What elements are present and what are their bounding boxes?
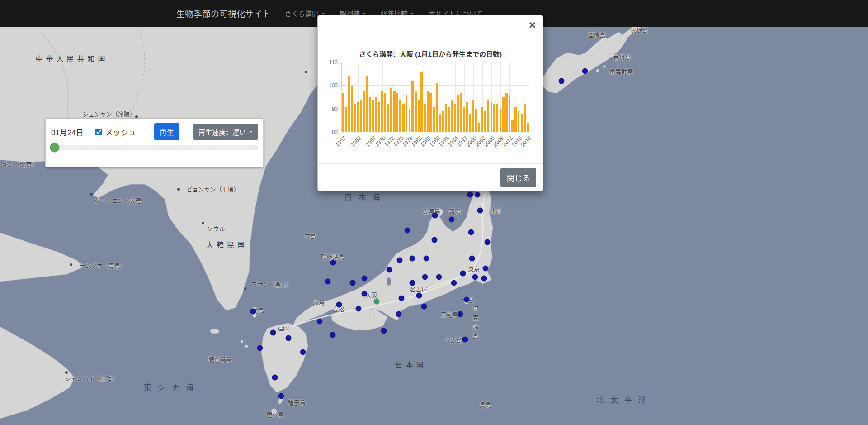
slider-handle[interactable]: [50, 143, 59, 153]
chart-modal: × さくら満開：大阪 (1月1日から発生までの日数) 8090100110195…: [317, 15, 543, 191]
station-marker[interactable]: [432, 213, 438, 219]
map-label: 色丹島: [613, 53, 631, 61]
map-label: 日本海: [344, 191, 387, 202]
station-marker[interactable]: [460, 271, 466, 277]
station-marker[interactable]: [449, 217, 455, 223]
station-marker[interactable]: [416, 293, 422, 299]
map-label: プサン（釜山）: [251, 280, 292, 288]
selected-station-marker[interactable]: [374, 299, 380, 305]
chart-title: さくら満開：大阪 (1月1日から発生までの日数): [318, 49, 543, 58]
station-marker[interactable]: [300, 349, 306, 355]
station-marker[interactable]: [330, 260, 336, 266]
station-marker[interactable]: [485, 239, 491, 245]
bar-slot: [508, 62, 511, 132]
mesh-toggle[interactable]: メッシュ: [95, 126, 136, 138]
close-button[interactable]: 閉じる: [500, 168, 536, 187]
bar-1991: [445, 104, 447, 132]
station-marker[interactable]: [250, 309, 256, 315]
station-marker[interactable]: [458, 311, 463, 317]
bar-1976: [399, 100, 401, 132]
station-marker[interactable]: [477, 208, 483, 214]
map-label: 肥前鳥島: [208, 355, 232, 363]
station-marker[interactable]: [270, 330, 276, 336]
bar-slot: [375, 62, 378, 132]
station-marker[interactable]: [325, 279, 331, 285]
bar-slot: [411, 62, 414, 132]
bar-1977: [402, 104, 405, 132]
map-label: 東シナ海: [144, 381, 200, 392]
bar-1995: [457, 95, 459, 132]
bar-slot: [417, 62, 420, 132]
station-marker[interactable]: [362, 276, 368, 282]
bar-1982: [418, 100, 420, 132]
bar-slot: [502, 62, 505, 132]
bar-2004: [484, 111, 486, 132]
station-marker[interactable]: [350, 280, 356, 286]
station-marker[interactable]: [421, 304, 427, 310]
map-label: 国後島: [588, 30, 605, 39]
play-button[interactable]: 再生: [154, 123, 179, 140]
bar-1958: [345, 107, 347, 132]
bar-slot: [387, 62, 390, 132]
chart-bars: [341, 62, 529, 132]
mesh-checkbox[interactable]: [95, 129, 102, 135]
bar-slot: [444, 62, 448, 132]
station-marker[interactable]: [475, 192, 481, 198]
map-label: 大韓民国: [206, 239, 248, 250]
bar-slot: [357, 62, 360, 132]
station-marker[interactable]: [464, 297, 470, 303]
station-marker[interactable]: [481, 276, 487, 282]
timeline-slider[interactable]: [51, 145, 258, 150]
map-label: 新潟: [449, 207, 461, 215]
bar-slot: [414, 62, 417, 132]
bar-1972: [387, 104, 390, 132]
close-icon[interactable]: ×: [529, 19, 536, 31]
chart-xtick-label: 1957: [334, 135, 347, 148]
station-marker[interactable]: [396, 311, 402, 317]
station-marker[interactable]: [451, 280, 457, 286]
map-label: 伊豆諸島: [471, 306, 480, 342]
station-marker[interactable]: [397, 258, 403, 263]
station-marker[interactable]: [468, 229, 474, 235]
station-marker[interactable]: [559, 78, 565, 84]
speed-dropdown[interactable]: 再生速度：遅い: [193, 124, 258, 140]
station-marker[interactable]: [286, 335, 292, 341]
station-marker[interactable]: [467, 192, 473, 198]
map-label: 三宅島: [440, 310, 458, 319]
bar-slot: [372, 62, 375, 132]
station-marker[interactable]: [317, 319, 323, 325]
station-marker[interactable]: [387, 267, 392, 273]
city-marker: [70, 263, 72, 266]
bar-2013: [511, 120, 514, 132]
station-marker[interactable]: [436, 274, 442, 280]
station-marker[interactable]: [356, 306, 362, 312]
bar-2006: [491, 102, 493, 132]
chevron-down-icon: [410, 13, 414, 14]
station-marker[interactable]: [278, 393, 284, 399]
station-marker[interactable]: [432, 237, 438, 243]
station-marker[interactable]: [399, 296, 405, 301]
station-marker[interactable]: [410, 280, 415, 286]
bar-slot: [381, 62, 384, 132]
station-marker[interactable]: [483, 266, 489, 272]
station-marker[interactable]: [469, 256, 475, 262]
station-marker[interactable]: [330, 332, 336, 338]
station-marker[interactable]: [472, 274, 478, 280]
bar-slot: [462, 62, 466, 132]
station-marker[interactable]: [336, 302, 342, 308]
station-marker[interactable]: [362, 291, 368, 297]
bar-1962: [357, 102, 359, 132]
bar-1987: [433, 107, 435, 132]
station-marker[interactable]: [257, 345, 263, 351]
site-title[interactable]: 生物季節の可視化サイト: [170, 7, 278, 19]
station-marker[interactable]: [405, 228, 410, 234]
station-marker[interactable]: [422, 274, 428, 280]
bar-slot: [405, 62, 408, 132]
map-label: ペキン（北京）: [0, 160, 38, 168]
station-marker[interactable]: [424, 256, 429, 262]
station-marker[interactable]: [272, 375, 278, 381]
station-marker[interactable]: [410, 256, 415, 262]
station-marker[interactable]: [582, 68, 588, 74]
station-marker[interactable]: [462, 337, 468, 343]
station-marker[interactable]: [381, 328, 387, 334]
